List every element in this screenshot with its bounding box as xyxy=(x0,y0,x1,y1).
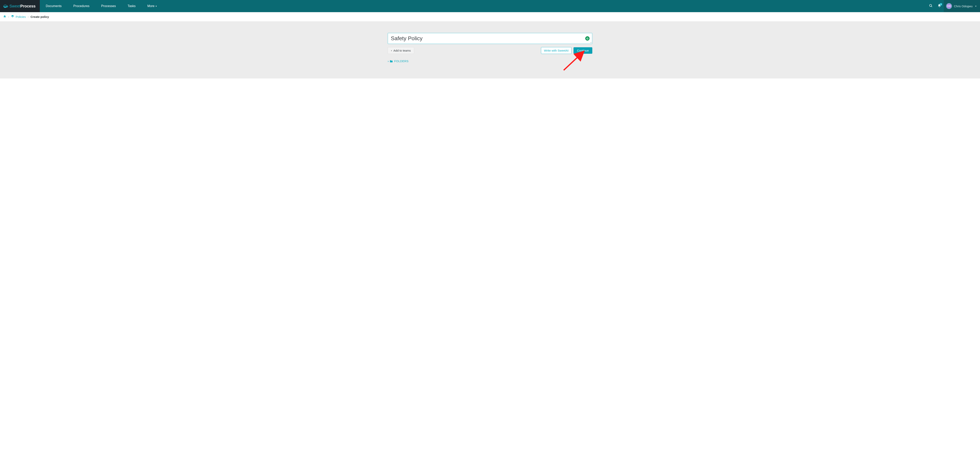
nav-more[interactable]: More ▾ xyxy=(142,0,163,12)
breadcrumb-home[interactable] xyxy=(3,15,6,19)
add-to-teams-label: Add to teams xyxy=(393,49,410,52)
breadcrumb-policies-label: Policies xyxy=(16,15,26,18)
write-with-sweetai-label: Write with SweetAI xyxy=(544,49,569,52)
chevron-right-icon: › xyxy=(388,59,389,63)
nav-more-label: More xyxy=(147,4,154,8)
notifications-button[interactable]: 2 xyxy=(935,0,944,12)
nav-procedures[interactable]: Procedures xyxy=(67,0,95,12)
breadcrumb-policies[interactable]: Policies xyxy=(11,15,26,19)
nav-processes[interactable]: Processes xyxy=(95,0,122,12)
search-icon xyxy=(929,4,933,8)
header-right: 2 CO Chris Odogwu ▾ xyxy=(926,0,980,12)
cup-icon xyxy=(3,4,8,8)
chevron-down-icon: ▾ xyxy=(156,5,157,8)
user-menu[interactable]: CO Chris Odogwu ▾ xyxy=(944,0,980,12)
add-to-teams-button[interactable]: › Add to teams xyxy=(388,47,414,54)
folders-toggle[interactable]: › FOLDERS xyxy=(388,59,592,63)
avatar: CO xyxy=(946,3,952,9)
brand-text-strong: Process xyxy=(21,4,36,8)
breadcrumb: › Policies › Create policy xyxy=(0,12,980,22)
continue-label: Continue xyxy=(577,49,589,52)
content-area: G › Add to teams Write with SweetAI Cont… xyxy=(0,22,980,78)
svg-line-3 xyxy=(931,6,932,7)
policy-title-input[interactable] xyxy=(388,33,592,43)
brand-text-weak: Sweet xyxy=(10,4,21,8)
user-name-label: Chris Odogwu xyxy=(954,5,972,8)
nav-tasks[interactable]: Tasks xyxy=(122,0,142,12)
svg-point-1 xyxy=(4,5,7,7)
form-actions-row: › Add to teams Write with SweetAI Contin… xyxy=(388,47,592,54)
top-nav-bar: SweetProcess Documents Procedures Proces… xyxy=(0,0,980,12)
nav-documents[interactable]: Documents xyxy=(40,0,67,12)
nav-tasks-label: Tasks xyxy=(127,4,136,8)
svg-point-2 xyxy=(929,4,932,6)
nav-procedures-label: Procedures xyxy=(73,4,89,8)
grammarly-icon[interactable]: G xyxy=(585,36,590,41)
resize-handle-icon[interactable] xyxy=(590,41,592,43)
brand-logo[interactable]: SweetProcess xyxy=(0,0,40,12)
chevron-down-icon: ▾ xyxy=(975,5,977,8)
write-with-sweetai-button[interactable]: Write with SweetAI xyxy=(541,47,571,54)
nav-documents-label: Documents xyxy=(46,4,62,8)
breadcrumb-separator: › xyxy=(8,16,9,18)
chevron-right-icon: › xyxy=(391,49,392,52)
nav-processes-label: Processes xyxy=(101,4,116,8)
breadcrumb-separator: › xyxy=(28,16,29,18)
search-button[interactable] xyxy=(926,0,935,12)
breadcrumb-current: Create policy xyxy=(30,15,49,18)
continue-button[interactable]: Continue xyxy=(573,47,592,54)
create-policy-form: G › Add to teams Write with SweetAI Cont… xyxy=(388,33,592,63)
policy-title-field-wrap: G xyxy=(388,33,592,44)
home-icon xyxy=(3,15,6,19)
folder-icon xyxy=(390,60,393,62)
folders-label: FOLDERS xyxy=(394,59,409,63)
umbrella-icon xyxy=(11,15,14,19)
primary-nav: Documents Procedures Processes Tasks Mor… xyxy=(40,0,163,12)
avatar-initials: CO xyxy=(947,5,951,8)
notification-count-badge: 2 xyxy=(940,3,942,5)
